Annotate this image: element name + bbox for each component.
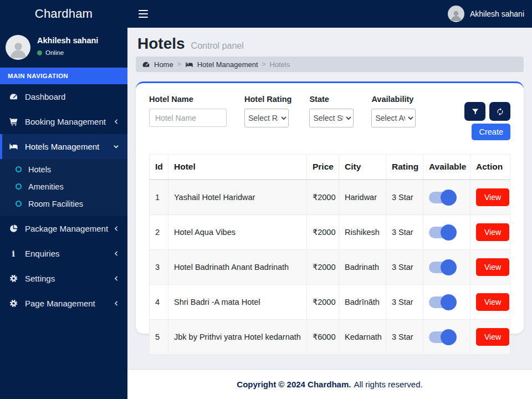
table-row: 2 Hotel Aqua Vibes ₹2000 Rishikesh 3 Sta… <box>150 215 510 250</box>
view-button[interactable]: View <box>476 328 509 346</box>
breadcrumb-separator: > <box>262 60 266 68</box>
column-header-price: Price <box>307 155 339 180</box>
availability-toggle[interactable] <box>429 296 454 308</box>
cell-id: 5 <box>150 320 168 355</box>
cell-available <box>423 285 470 320</box>
brand-logo[interactable]: Chardham <box>0 0 127 28</box>
column-header-id: Id <box>150 155 168 180</box>
sidebar-item-label: Dashboard <box>25 92 65 101</box>
person-icon <box>7 38 29 60</box>
content-area: Hotels Control panel Home > Hotel Manage… <box>127 28 532 369</box>
chevron-left-icon <box>112 300 120 307</box>
sidebar-item-booking-management[interactable]: Booking Management <box>0 109 127 134</box>
filter-bar: Hotel Name Hotel Rating Select Rating St… <box>149 95 510 140</box>
hotel-rating-select[interactable]: Select Rating <box>244 109 289 127</box>
hotel-name-label: Hotel Name <box>149 95 227 104</box>
table-row: 4 Shri Badri -A mata Hotel ₹2000 Badrīnā… <box>150 285 510 320</box>
availability-select[interactable]: Select Availability <box>371 109 416 127</box>
cell-city: Kedarnath <box>339 320 386 355</box>
cell-id: 3 <box>150 250 168 285</box>
cell-available <box>423 180 470 215</box>
create-button[interactable]: Create <box>472 124 510 140</box>
column-header-available: Available <box>423 155 470 180</box>
funnel-icon <box>471 108 479 116</box>
cell-hotel-name: Hotel Badrinath Anant Badrinath <box>168 250 307 285</box>
view-button[interactable]: View <box>476 188 509 206</box>
breadcrumb-home[interactable]: Home <box>154 60 173 69</box>
sidebar-item-dashboard[interactable]: Dashboard <box>0 84 127 109</box>
top-navbar: Akhilesh sahani <box>127 0 532 28</box>
column-header-rating: Rating <box>386 155 423 180</box>
sidebar-subitem-room-facilities[interactable]: Room Facilities <box>0 195 127 212</box>
cell-rating: 3 Star <box>386 250 423 285</box>
sidebar-user-name: Akhilesh sahani <box>37 36 98 45</box>
sidebar-user-panel: Akhilesh sahani Online <box>0 28 127 68</box>
table-row: 3 Hotel Badrinath Anant Badrinath ₹2000 … <box>150 250 510 285</box>
sidebar-item-enquiries[interactable]: i Enquiries <box>0 241 127 266</box>
column-header-hotel: Hotel <box>168 155 307 180</box>
cell-price: ₹2000 <box>307 180 339 215</box>
availability-label: Availability <box>371 95 416 104</box>
page-subtitle: Control panel <box>191 41 244 51</box>
avatar <box>6 35 30 60</box>
cell-city: Rishikesh <box>339 215 386 250</box>
chevron-left-icon <box>112 225 120 232</box>
breadcrumb-hotel-management[interactable]: Hotel Management <box>197 60 258 69</box>
sidebar-subitem-label: Hotels <box>28 165 51 174</box>
sidebar-toggle-button[interactable] <box>133 4 154 24</box>
cell-city: Badrīnāth <box>339 285 386 320</box>
sidebar-item-label: Enquiries <box>25 249 60 258</box>
cell-rating: 3 Star <box>386 285 423 320</box>
cart-icon <box>8 117 18 127</box>
cell-price: ₹6000 <box>307 320 339 355</box>
cell-available <box>423 250 470 285</box>
page-title: Hotels <box>137 35 185 53</box>
user-status: Online <box>37 49 98 56</box>
cell-rating: 3 Star <box>386 215 423 250</box>
sidebar-item-hotels-management[interactable]: Hotels Management <box>0 134 127 159</box>
availability-toggle[interactable] <box>429 262 454 273</box>
availability-toggle[interactable] <box>429 192 454 203</box>
filter-button[interactable] <box>464 102 485 121</box>
sidebar-item-settings[interactable]: Settings <box>0 266 127 291</box>
tachometer-icon <box>8 92 18 102</box>
footer: Copyright © 2024 Chardham. All rights re… <box>127 369 532 399</box>
sidebar-item-page-management[interactable]: Page Management <box>0 291 127 316</box>
sidebar-item-package-management[interactable]: Package Management <box>0 216 127 241</box>
chevron-left-icon <box>112 118 120 125</box>
toggle-knob <box>441 259 457 275</box>
hotels-table: Id Hotel Price City Rating Available Act… <box>149 154 510 355</box>
bed-icon <box>185 60 193 69</box>
table-row: 1 Yashail Hotel Haridwar ₹2000 Haridwar … <box>150 180 510 215</box>
sidebar-item-label: Page Management <box>25 299 95 308</box>
sidebar-subitem-label: Amenities <box>28 182 64 191</box>
availability-toggle[interactable] <box>429 227 454 238</box>
sidebar-subitem-amenities[interactable]: Amenities <box>0 178 127 195</box>
table-header-row: Id Hotel Price City Rating Available Act… <box>150 155 510 180</box>
availability-toggle[interactable] <box>429 331 454 343</box>
hotel-name-input[interactable] <box>149 109 227 127</box>
cell-id: 4 <box>150 285 168 320</box>
cell-action: View <box>470 250 510 285</box>
sidebar-subitem-hotels[interactable]: Hotels <box>0 161 127 178</box>
sidebar-nav: Dashboard Booking Management Hotels Mana… <box>0 84 127 316</box>
toggle-knob <box>441 224 457 241</box>
pie-chart-icon <box>8 224 18 234</box>
user-status-label: Online <box>45 49 64 56</box>
refresh-icon <box>496 108 504 116</box>
navbar-user-name: Akhilesh sahani <box>470 9 524 18</box>
refresh-button[interactable] <box>489 102 510 121</box>
view-button[interactable]: View <box>476 223 509 241</box>
cell-available <box>423 215 470 250</box>
person-icon <box>449 8 463 22</box>
cell-hotel-name: Shri Badri -A mata Hotel <box>168 285 307 320</box>
navbar-user-menu[interactable]: Akhilesh sahani <box>448 6 524 22</box>
hotels-card: Hotel Name Hotel Rating Select Rating St… <box>136 81 524 334</box>
view-button[interactable]: View <box>476 293 509 311</box>
breadcrumb: Home > Hotel Management > Hotels <box>136 57 524 72</box>
circle-icon <box>16 201 22 207</box>
online-dot-icon <box>37 50 42 55</box>
state-select[interactable]: Select State <box>309 109 354 127</box>
view-button[interactable]: View <box>476 258 509 276</box>
cell-id: 1 <box>150 180 168 215</box>
